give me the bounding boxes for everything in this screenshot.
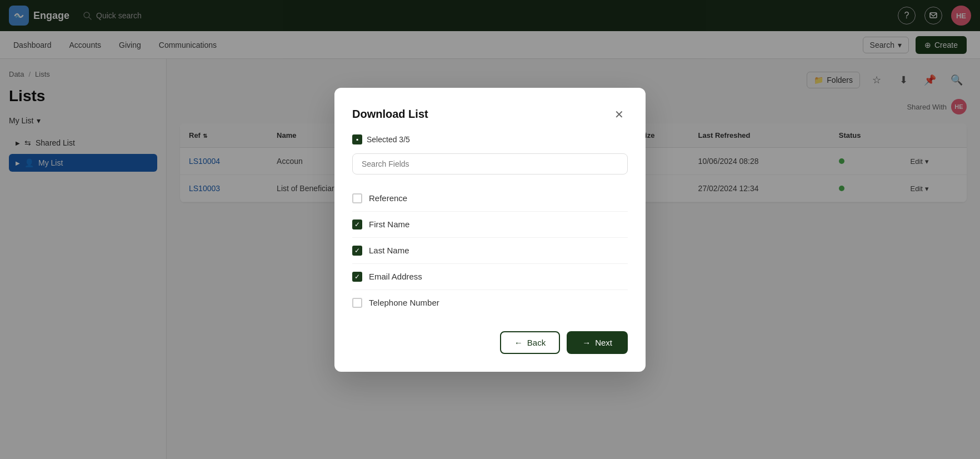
field-item-first-name[interactable]: ✓ First Name (352, 212, 628, 238)
modal-header: Download List ✕ (352, 106, 628, 123)
selected-text: Selected 3/5 (367, 135, 410, 144)
field-label-reference: Reference (369, 193, 407, 203)
back-arrow-icon: ← (514, 338, 523, 347)
search-fields-input[interactable] (352, 153, 628, 174)
field-list: Reference ✓ First Name ✓ Last Name ✓ Ema… (352, 186, 628, 316)
selected-checkbox-icon: ▪ (352, 134, 362, 144)
selected-indicator: ▪ Selected 3/5 (352, 134, 628, 144)
checkbox-telephone-number[interactable] (352, 298, 362, 308)
checkbox-email-address[interactable]: ✓ (352, 272, 362, 282)
field-label-last-name: Last Name (369, 246, 409, 255)
next-arrow-icon: → (582, 338, 591, 347)
field-label-telephone-number: Telephone Number (369, 298, 439, 307)
download-list-modal: Download List ✕ ▪ Selected 3/5 Reference… (334, 88, 646, 372)
checkbox-first-name[interactable]: ✓ (352, 219, 362, 230)
modal-close-button[interactable]: ✕ (610, 106, 628, 123)
modal-actions: ← Back → Next (352, 331, 628, 354)
back-button[interactable]: ← Back (500, 331, 560, 354)
field-label-email-address: Email Address (369, 272, 422, 281)
checkbox-reference[interactable] (352, 193, 362, 203)
field-item-reference[interactable]: Reference (352, 186, 628, 212)
field-label-first-name: First Name (369, 219, 409, 229)
field-item-email-address[interactable]: ✓ Email Address (352, 264, 628, 290)
field-item-last-name[interactable]: ✓ Last Name (352, 238, 628, 264)
modal-title: Download List (352, 108, 428, 121)
next-button[interactable]: → Next (567, 331, 628, 354)
checkbox-last-name[interactable]: ✓ (352, 246, 362, 256)
modal-overlay[interactable]: Download List ✕ ▪ Selected 3/5 Reference… (0, 0, 980, 459)
field-item-telephone-number[interactable]: Telephone Number (352, 290, 628, 316)
